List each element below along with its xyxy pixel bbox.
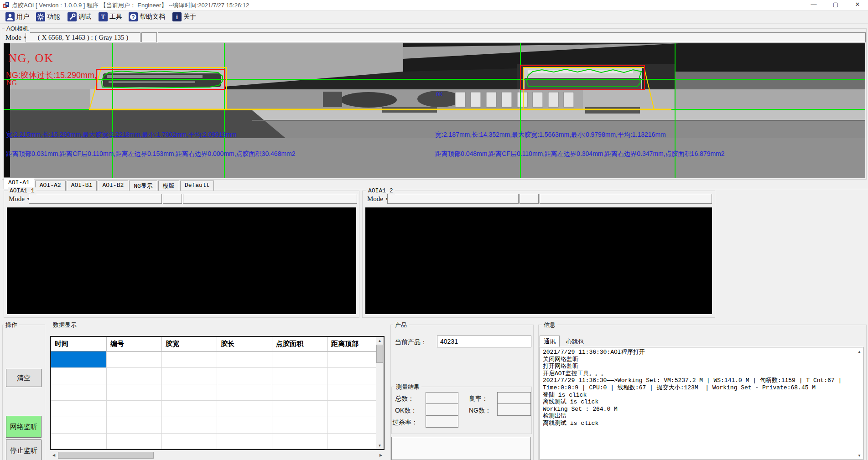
aoia1-2-field-1[interactable] — [387, 194, 519, 204]
aoia1-1-image-pane[interactable] — [7, 207, 356, 314]
table-cell[interactable] — [217, 384, 272, 401]
aoia1-2-mode-dropdown[interactable]: Mode ▼ — [365, 194, 390, 204]
total-field[interactable] — [426, 392, 458, 404]
table-cell[interactable] — [327, 401, 377, 417]
table-cell[interactable] — [217, 401, 272, 417]
ng-count-field[interactable] — [497, 403, 531, 416]
communication-log[interactable]: 2021/7/29 11:36:30:AOI程序打开 关闭网络监听 打开网络监听… — [540, 347, 863, 460]
aoia1-2-field-3[interactable] — [540, 194, 712, 204]
yield-field[interactable] — [497, 392, 531, 404]
aoia1-1-field-1[interactable] — [29, 194, 162, 204]
table-cell[interactable] — [327, 368, 377, 384]
table-cell[interactable] — [107, 401, 162, 417]
table-cell[interactable] — [217, 434, 272, 449]
table-cell[interactable] — [51, 434, 107, 449]
table-cell[interactable] — [162, 434, 217, 449]
toolbar-debug-button[interactable]: 调试 — [65, 11, 94, 22]
toolbar-help-button[interactable]: ? 帮助文档 — [126, 11, 168, 22]
scrollbar-thumb[interactable] — [58, 452, 154, 459]
aoia1-2-field-2[interactable] — [520, 194, 539, 204]
ok-count-field[interactable] — [426, 403, 458, 416]
table-cell[interactable] — [162, 384, 217, 401]
table-cell[interactable] — [217, 351, 272, 368]
table-cell[interactable] — [272, 384, 327, 401]
table-cell[interactable] — [51, 417, 107, 434]
scroll-down-icon[interactable]: ▼ — [376, 442, 384, 449]
col-header-width[interactable]: 胶宽 — [162, 337, 217, 351]
toolbar-user-button[interactable]: 用户 — [3, 11, 32, 22]
col-header-area[interactable]: 点胶面积 — [272, 337, 327, 351]
table-cell[interactable] — [107, 417, 162, 434]
table-cell[interactable] — [272, 401, 327, 417]
stop-listen-button[interactable]: 停止监听 — [6, 439, 42, 460]
product-note-box[interactable] — [391, 437, 531, 460]
aoia1-1-field-2[interactable] — [163, 194, 182, 204]
toolbar-tools-button[interactable]: T 工具 — [96, 11, 125, 22]
table-cell[interactable] — [217, 417, 272, 434]
operation-group: 清空 网络监听 停止监听 — [2, 325, 45, 460]
col-header-number[interactable]: 编号 — [107, 337, 162, 351]
table-cell[interactable] — [162, 368, 217, 384]
toolbar-function-button[interactable]: 功能 — [33, 11, 62, 22]
current-product-field[interactable]: 40231 — [437, 336, 531, 347]
table-cell[interactable] — [107, 351, 162, 368]
data-table: 时间 编号 胶宽 胶长 点胶面积 距离顶部 ▲ ▼ — [50, 336, 385, 450]
aoia1-2-image-pane[interactable] — [365, 207, 712, 314]
table-cell[interactable] — [272, 368, 327, 384]
overkill-field[interactable] — [426, 415, 458, 428]
table-cell[interactable] — [272, 417, 327, 434]
table-cell[interactable] — [162, 417, 217, 434]
table-cell[interactable] — [272, 434, 327, 449]
col-header-time[interactable]: 时间 — [51, 337, 107, 351]
table-cell[interactable] — [107, 434, 162, 449]
table-cell[interactable] — [162, 351, 217, 368]
network-listen-button[interactable]: 网络监听 — [6, 416, 42, 438]
table-cell[interactable] — [217, 368, 272, 384]
scrollbar-thumb[interactable] — [376, 345, 383, 363]
col-header-length[interactable]: 胶长 — [217, 337, 272, 351]
table-horizontal-scrollbar[interactable]: ◀ ▶ — [50, 451, 385, 459]
clear-button[interactable]: 清空 — [6, 369, 42, 387]
aoia1-1-group: AOIA1_1 Mode ▼ — [4, 191, 359, 318]
table-cell-selected[interactable] — [51, 351, 107, 368]
table-cell[interactable] — [107, 368, 162, 384]
scroll-left-icon[interactable]: ◀ — [50, 451, 57, 459]
tab-heartbeat[interactable]: 心跳包 — [562, 336, 587, 347]
title-bar: 点胶AOI [ Version : 1.0.0.9 ] 程序 【当前用户： En… — [0, 0, 868, 10]
aoia1-2-label: AOIA1_2 — [366, 187, 395, 194]
aoia1-1-mode-dropdown[interactable]: Mode ▼ — [7, 194, 32, 204]
camera-field-3[interactable] — [158, 32, 866, 42]
camera-mode-dropdown[interactable]: Mode ▼ — [4, 32, 29, 42]
table-cell[interactable] — [162, 401, 217, 417]
tab-communication[interactable]: 通讯 — [540, 336, 560, 347]
table-cell[interactable] — [107, 384, 162, 401]
app-icon — [3, 2, 10, 9]
col-header-top-distance[interactable]: 距离顶部 — [327, 337, 377, 351]
maximize-button[interactable]: ▢ — [825, 0, 846, 10]
operation-group-label: 操作 — [4, 321, 19, 329]
camera-coords-field[interactable]: ( X 6568, Y 1463 ) : ( Gray 135 ) — [26, 32, 140, 42]
log-line: 登陆 is click — [543, 392, 854, 399]
table-cell[interactable] — [272, 351, 327, 368]
scroll-right-icon[interactable]: ▶ — [377, 451, 385, 459]
table-cell[interactable] — [327, 417, 377, 434]
window-title: 点胶AOI [ Version : 1.0.0.9 ] 程序 【当前用户： En… — [12, 1, 249, 10]
scroll-up-icon[interactable]: ▲ — [856, 348, 863, 355]
camera-field-2[interactable] — [141, 32, 157, 42]
yield-label: 良率： — [469, 395, 488, 403]
minimize-button[interactable]: — — [803, 0, 824, 10]
close-button[interactable]: ✕ — [847, 0, 868, 10]
table-cell[interactable] — [327, 434, 377, 449]
toolbar-about-button[interactable]: i 关于 — [170, 11, 199, 22]
table-cell[interactable] — [51, 384, 107, 401]
aoia1-1-field-3[interactable] — [183, 194, 357, 204]
table-cell[interactable] — [51, 401, 107, 417]
table-vertical-scrollbar[interactable]: ▲ ▼ — [376, 337, 384, 449]
table-cell[interactable] — [327, 384, 377, 401]
table-cell[interactable] — [327, 351, 377, 368]
svg-text:i: i — [176, 14, 178, 21]
scroll-up-icon[interactable]: ▲ — [376, 337, 384, 344]
camera-view[interactable]: NG, OK NG:胶体过长:15.290mm, NG OK 宽:2.215mm… — [4, 43, 865, 178]
table-cell[interactable] — [51, 368, 107, 384]
scroll-down-icon[interactable]: ▼ — [856, 452, 863, 459]
